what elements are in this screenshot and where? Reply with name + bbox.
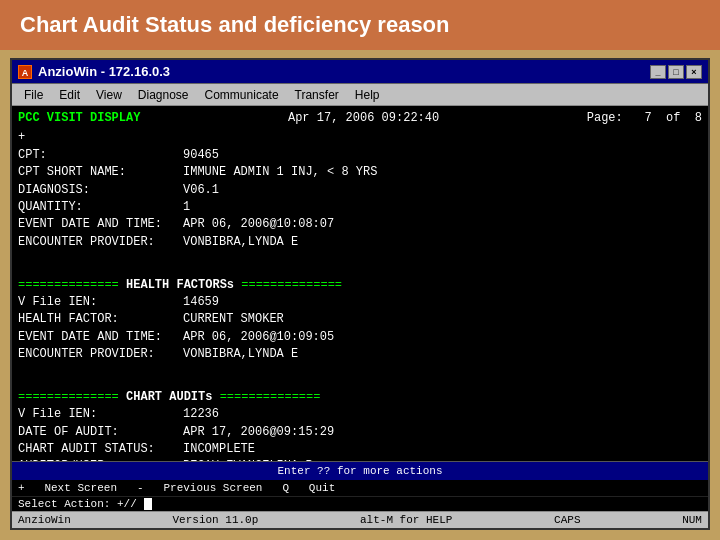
chart-divider: ============== CHART AUDITs ============… bbox=[18, 389, 702, 406]
page-info: Page: 7 of 8 bbox=[587, 110, 702, 127]
cursor-blink bbox=[144, 498, 159, 510]
menu-bar: File Edit View Diagnose Communicate Tran… bbox=[12, 84, 708, 106]
pcc-label: PCC VISIT DISPLAY bbox=[18, 110, 140, 127]
menu-view[interactable]: View bbox=[88, 87, 130, 103]
blank-line-1 bbox=[18, 257, 702, 274]
minimize-button[interactable]: _ bbox=[650, 65, 666, 79]
blank-line-2 bbox=[18, 369, 702, 386]
terminal-window: A AnzioWin - 172.16.0.3 _ □ × File Edit … bbox=[10, 58, 710, 530]
menu-edit[interactable]: Edit bbox=[51, 87, 88, 103]
status-version: Version 11.0p bbox=[172, 514, 258, 526]
title-bar: A AnzioWin - 172.16.0.3 _ □ × bbox=[12, 60, 708, 84]
action-bar-text: Enter ?? for more actions bbox=[277, 465, 442, 477]
hf-provider-row: ENCOUNTER PROVIDER: VONBIBRA,LYNDA E bbox=[18, 346, 702, 363]
chart-audits-section: ============== CHART AUDITs ============… bbox=[18, 389, 702, 461]
status-help: alt-M for HELP bbox=[360, 514, 452, 526]
menu-help[interactable]: Help bbox=[347, 87, 388, 103]
ca-ien-row: V File IEN: 12236 bbox=[18, 406, 702, 423]
cpt-short-name-row: CPT SHORT NAME: IMMUNE ADMIN 1 INJ, < 8 … bbox=[18, 164, 702, 181]
health-factors-section: ============== HEALTH FACTORSs =========… bbox=[18, 277, 702, 364]
window-title: AnzioWin - 172.16.0.3 bbox=[38, 64, 170, 79]
terminal-header: PCC VISIT DISPLAY Apr 17, 2006 09:22:40 … bbox=[18, 110, 702, 127]
status-num: NUM bbox=[682, 514, 702, 526]
close-button[interactable]: × bbox=[686, 65, 702, 79]
slide-title: Chart Audit Status and deficiency reason bbox=[0, 0, 720, 50]
health-divider: ============== HEALTH FACTORSs =========… bbox=[18, 277, 702, 294]
nav-bar: + Next Screen - Previous Screen Q Quit bbox=[12, 480, 708, 496]
ca-date-row: DATE OF AUDIT: APR 17, 2006@09:15:29 bbox=[18, 424, 702, 441]
diagnosis-row: DIAGNOSIS: V06.1 bbox=[18, 182, 702, 199]
cpt-section: CPT: 90465 CPT SHORT NAME: IMMUNE ADMIN … bbox=[18, 147, 702, 251]
terminal-content: PCC VISIT DISPLAY Apr 17, 2006 09:22:40 … bbox=[12, 106, 708, 461]
nav-quit[interactable]: Q Quit bbox=[282, 482, 335, 494]
ca-status-row: CHART AUDIT STATUS: INCOMPLETE bbox=[18, 441, 702, 458]
date-time: Apr 17, 2006 09:22:40 bbox=[288, 110, 439, 127]
plus-sign: + bbox=[18, 129, 702, 146]
menu-communicate[interactable]: Communicate bbox=[197, 87, 287, 103]
menu-transfer[interactable]: Transfer bbox=[287, 87, 347, 103]
event-date-row: EVENT DATE AND TIME: APR 06, 2006@10:08:… bbox=[18, 216, 702, 233]
app-icon: A bbox=[18, 65, 32, 79]
hf-factor-row: HEALTH FACTOR: CURRENT SMOKER bbox=[18, 311, 702, 328]
hf-event-date-row: EVENT DATE AND TIME: APR 06, 2006@10:09:… bbox=[18, 329, 702, 346]
title-bar-left: A AnzioWin - 172.16.0.3 bbox=[18, 64, 170, 79]
hf-ien-row: V File IEN: 14659 bbox=[18, 294, 702, 311]
nav-next[interactable]: + Next Screen bbox=[18, 482, 117, 494]
action-bar: Enter ?? for more actions bbox=[12, 461, 708, 480]
status-bar: AnzioWin Version 11.0p alt-M for HELP CA… bbox=[12, 511, 708, 528]
quantity-row: QUANTITY: 1 bbox=[18, 199, 702, 216]
encounter-provider-row: ENCOUNTER PROVIDER: VONBIBRA,LYNDA E bbox=[18, 234, 702, 251]
select-action-bar: Select Action: +// bbox=[12, 496, 708, 511]
nav-prev[interactable]: - Previous Screen bbox=[137, 482, 262, 494]
menu-file[interactable]: File bbox=[16, 87, 51, 103]
window-controls[interactable]: _ □ × bbox=[650, 65, 702, 79]
cpt-row: CPT: 90465 bbox=[18, 147, 702, 164]
status-caps: CAPS bbox=[554, 514, 580, 526]
menu-diagnose[interactable]: Diagnose bbox=[130, 87, 197, 103]
slide-title-text: Chart Audit Status and deficiency reason bbox=[20, 12, 450, 38]
select-action-text: Select Action: +// bbox=[18, 498, 137, 510]
maximize-button[interactable]: □ bbox=[668, 65, 684, 79]
status-app: AnzioWin bbox=[18, 514, 71, 526]
